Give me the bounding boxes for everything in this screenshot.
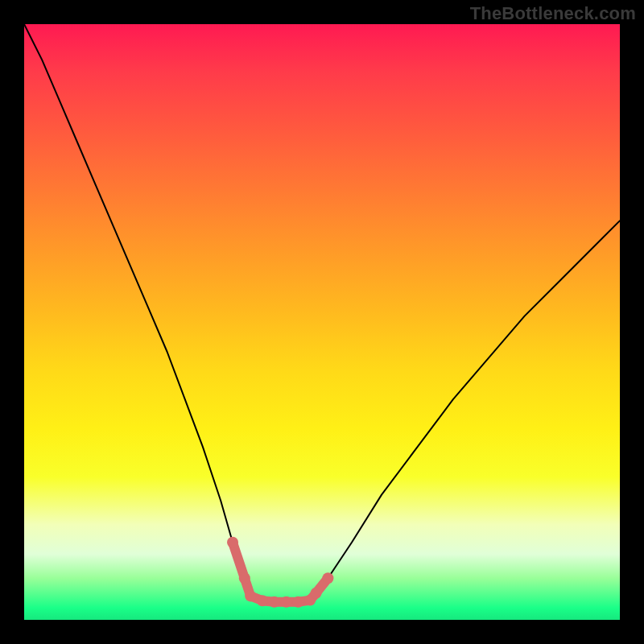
optimal-range-dot bbox=[257, 595, 268, 606]
chart-frame: TheBottleneck.com bbox=[0, 0, 644, 644]
plot-area bbox=[24, 24, 620, 620]
optimal-range-dot bbox=[311, 588, 322, 599]
optimal-range-dot bbox=[245, 590, 256, 601]
optimal-range-dot bbox=[269, 597, 280, 608]
bottleneck-curve bbox=[24, 24, 620, 602]
curve-layer bbox=[24, 24, 620, 620]
optimal-range-dot bbox=[292, 597, 303, 608]
watermark-text: TheBottleneck.com bbox=[470, 3, 636, 24]
optimal-range-dot bbox=[239, 572, 250, 584]
optimal-range-dot bbox=[227, 537, 238, 548]
optimal-range-dot bbox=[281, 597, 292, 608]
optimal-range-dot bbox=[322, 572, 333, 584]
